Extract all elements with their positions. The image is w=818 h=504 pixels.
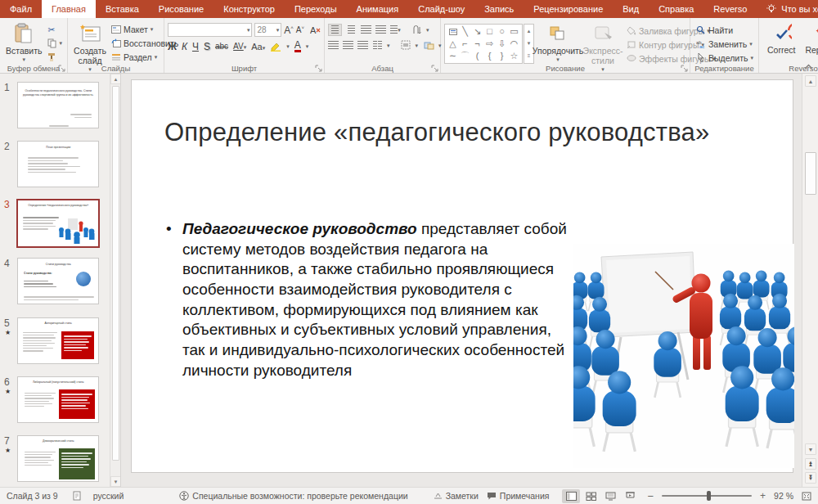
font-color-button[interactable]: A — [294, 40, 301, 52]
replace-button[interactable]: abac Заменить▾ — [694, 38, 755, 50]
shape-textbox-icon[interactable] — [447, 26, 459, 38]
tab-home[interactable]: Главная — [42, 0, 96, 18]
next-slide-button[interactable]: ▼▼ — [805, 472, 816, 484]
previous-slide-button[interactable]: ▲▲ — [805, 458, 816, 470]
tab-slideshow[interactable]: Слайд-шоу — [408, 0, 474, 18]
italic-button[interactable]: К — [182, 41, 187, 52]
shape-curve-icon[interactable]: ( — [472, 51, 483, 62]
thumbnail-slide-4[interactable]: Стили руководства Стили руководства: — [17, 258, 99, 304]
shape-arc-icon[interactable]: ⌒ — [460, 51, 471, 62]
text-shadow-button[interactable]: S — [204, 41, 210, 52]
grow-font-button[interactable]: A˄ — [284, 25, 294, 36]
thumbnail-scroll-up[interactable]: ▲ — [110, 74, 121, 84]
character-spacing-button[interactable]: AV▾ — [233, 42, 246, 51]
tab-transitions[interactable]: Переходы — [285, 0, 347, 18]
shape-scribble-icon[interactable]: ∼ — [447, 51, 459, 62]
tab-animations[interactable]: Анимация — [347, 0, 409, 18]
shape-right-brace-icon[interactable]: } — [497, 51, 508, 62]
underline-button[interactable]: Ч — [192, 41, 199, 52]
numbering-button[interactable] — [346, 25, 357, 35]
shape-right-arrow-icon[interactable]: ⇨ — [484, 38, 496, 50]
tab-file[interactable]: Файл — [0, 0, 42, 18]
vertical-scrollbar[interactable]: ▲ ▼ ▲▲ ▼▼ — [802, 74, 818, 487]
slide-counter[interactable]: Слайд 3 из 9 — [7, 491, 58, 501]
tab-view[interactable]: Вид — [613, 0, 649, 18]
thumbnail-slide-7[interactable]: Демократический стиль — [17, 435, 99, 482]
align-left-button[interactable] — [328, 40, 339, 50]
increase-indent-button[interactable] — [375, 25, 386, 35]
thumbnail-slide-1[interactable]: Особенности педагогического руководства.… — [17, 82, 99, 128]
thumbnail-scroll-down[interactable]: ▼ — [110, 476, 121, 487]
shape-rounded-rectangle-icon[interactable]: ▭ — [509, 26, 520, 38]
reverso-rephraser-button[interactable]: Rephraser — [800, 20, 818, 55]
find-button[interactable]: Найти — [694, 24, 755, 36]
strikethrough-button[interactable]: abc — [215, 42, 228, 51]
tab-draw[interactable]: Рисование — [149, 0, 213, 18]
slide-canvas[interactable]: Определение «педагогического руководства… — [131, 79, 793, 473]
accessibility-checker[interactable]: Специальные возможности: проверьте реком… — [179, 491, 407, 501]
slide-sorter-view-button[interactable] — [582, 489, 600, 503]
shape-star-icon[interactable]: ☆ — [509, 51, 520, 62]
align-right-button[interactable] — [357, 40, 368, 50]
change-case-button[interactable]: Aa▾ — [251, 42, 265, 52]
shape-rectangle-icon[interactable]: □ — [484, 26, 496, 38]
font-name-combo[interactable]: ▾ — [168, 23, 252, 37]
paste-button[interactable]: Вставить ▾ — [3, 20, 45, 64]
thumbnail-slide-5[interactable]: Авторитарный стиль — [17, 317, 99, 364]
thumbnail-slide-2[interactable]: План презентации — [17, 141, 99, 187]
font-size-combo[interactable]: 28▾ — [254, 23, 281, 37]
zoom-level[interactable]: 92 % — [774, 491, 793, 501]
shape-arrow-icon[interactable]: ↘ — [472, 26, 483, 38]
decrease-indent-button[interactable] — [361, 25, 371, 35]
slide-title[interactable]: Определение «педагогического руководства… — [164, 118, 770, 147]
shapes-scroll-up[interactable]: ▲ — [524, 25, 533, 37]
zoom-slider[interactable] — [662, 495, 752, 497]
tab-design[interactable]: Конструктор — [213, 0, 285, 18]
spellcheck-icon[interactable] — [73, 491, 82, 501]
collapse-ribbon-button[interactable] — [804, 64, 813, 70]
scroll-up-button[interactable]: ▲ — [805, 75, 816, 87]
language-indicator[interactable]: русский — [93, 491, 124, 501]
align-center-button[interactable] — [343, 40, 353, 50]
format-painter-button[interactable] — [45, 51, 65, 63]
select-button[interactable]: Выделить▾ — [694, 52, 755, 64]
shrink-font-button[interactable]: A˅ — [296, 25, 304, 34]
slide-body-text[interactable]: •Педагогическое руководство представляет… — [164, 219, 573, 381]
columns-button[interactable] — [372, 40, 383, 50]
arrange-button[interactable]: Упорядочить ▾ — [534, 20, 582, 64]
scroll-down-button[interactable]: ▼ — [805, 443, 816, 455]
thumbnail-slide-3-selected[interactable]: Определение «педагогического руководства… — [16, 199, 100, 248]
thumbnail-panel-scrollbar[interactable]: ▲ ▼ — [110, 74, 120, 487]
tab-record[interactable]: Запись — [474, 0, 524, 18]
cut-button[interactable]: ✂ — [45, 23, 65, 35]
shape-elbow-arrow-icon[interactable]: ¬ — [472, 38, 483, 50]
align-text-button[interactable] — [401, 40, 411, 50]
tab-review[interactable]: Рецензирование — [524, 0, 613, 18]
zoom-in-button[interactable]: + — [760, 490, 766, 502]
zoom-out-button[interactable]: − — [647, 490, 654, 502]
shape-line-icon[interactable]: ╲ — [460, 26, 471, 38]
normal-view-button[interactable] — [562, 489, 580, 503]
bullets-button[interactable] — [328, 24, 342, 36]
shape-left-brace-icon[interactable]: { — [484, 51, 496, 62]
thumbnail-scroll-thumb[interactable] — [112, 86, 119, 461]
tab-insert[interactable]: Вставка — [96, 0, 149, 18]
shape-chord-icon[interactable]: ◠ — [509, 38, 520, 50]
clear-formatting-button[interactable]: A — [310, 25, 321, 35]
thumbnail-slide-6[interactable]: Либеральный (попустительский) стиль — [17, 376, 99, 423]
copy-button[interactable]: ▾ — [45, 37, 65, 49]
tell-me-box[interactable]: Что вы хотите сделать? — [766, 0, 818, 18]
slideshow-view-button[interactable] — [621, 489, 639, 503]
comments-button[interactable]: Примечания — [487, 491, 550, 501]
fit-slide-button[interactable] — [802, 492, 811, 501]
classroom-picture[interactable] — [573, 244, 794, 468]
scroll-thumb[interactable] — [805, 152, 816, 195]
shape-elbow-connector-icon[interactable]: ⌐ — [460, 38, 471, 50]
shape-down-arrow-icon[interactable]: ⇩ — [497, 38, 508, 50]
tab-reverso[interactable]: Reverso — [703, 0, 757, 18]
shape-triangle-icon[interactable]: △ — [447, 38, 459, 50]
shape-oval-icon[interactable]: ○ — [497, 26, 508, 38]
bold-button[interactable]: Ж — [168, 41, 177, 52]
reading-view-button[interactable] — [601, 489, 619, 503]
text-direction-button[interactable] — [411, 25, 422, 35]
